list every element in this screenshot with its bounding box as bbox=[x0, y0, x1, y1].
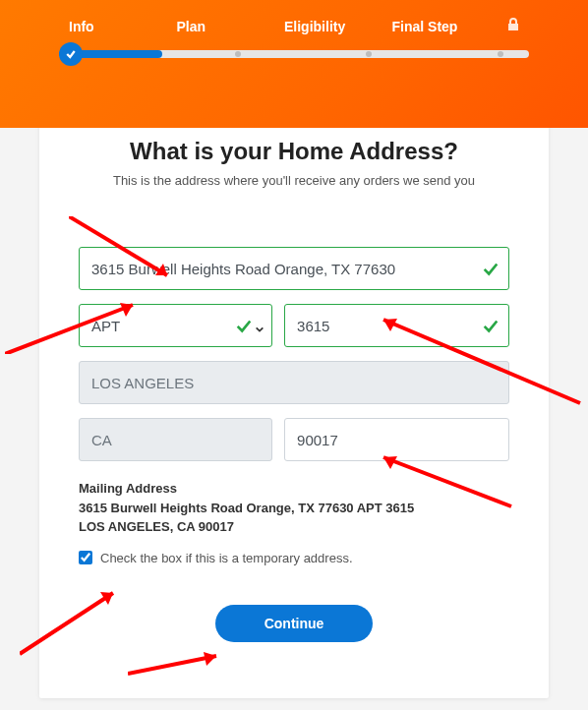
progress-track bbox=[59, 50, 529, 58]
mailing-line2: LOS ANGELES, CA 90017 bbox=[79, 517, 509, 537]
state-readonly: CA bbox=[79, 418, 272, 461]
step-plan[interactable]: Plan bbox=[177, 19, 285, 34]
zip-input[interactable] bbox=[284, 418, 509, 461]
progress-step-complete-icon bbox=[59, 42, 83, 66]
lock-icon bbox=[507, 19, 519, 34]
check-icon bbox=[482, 317, 500, 334]
continue-button[interactable]: Continue bbox=[215, 605, 373, 642]
temporary-address-label: Check the box if this is a temporary add… bbox=[100, 551, 353, 565]
address-input[interactable] bbox=[79, 247, 509, 290]
zip-field bbox=[284, 418, 509, 461]
form-card: What is your Home Address? This is the a… bbox=[39, 89, 549, 698]
chevron-down-icon[interactable] bbox=[255, 321, 265, 330]
progress-dot bbox=[498, 51, 503, 57]
state-field: CA bbox=[79, 418, 272, 461]
step-info[interactable]: Info bbox=[69, 19, 177, 34]
progress-dot bbox=[366, 51, 372, 57]
header-bar: Info Plan Eligibility Final Step bbox=[0, 0, 588, 128]
temporary-address-checkbox[interactable] bbox=[79, 551, 92, 564]
address-field bbox=[79, 247, 509, 290]
page-title: What is your Home Address? bbox=[79, 138, 509, 165]
mailing-label: Mailing Address bbox=[79, 479, 509, 499]
page-subtitle: This is the address where you'll receive… bbox=[79, 173, 509, 188]
apt-number-field bbox=[284, 304, 509, 347]
apt-number-input[interactable] bbox=[284, 304, 509, 347]
progress-dot bbox=[235, 51, 241, 57]
mailing-line1: 3615 Burwell Heights Road Orange, TX 776… bbox=[79, 499, 509, 518]
temporary-address-row[interactable]: Check the box if this is a temporary add… bbox=[79, 551, 509, 565]
address-form: LOS ANGELES CA Mailing Address 3615 Burw… bbox=[79, 247, 509, 642]
check-icon bbox=[235, 317, 253, 334]
step-eligibility[interactable]: Eligibility bbox=[284, 19, 392, 34]
step-final[interactable]: Final Step bbox=[392, 19, 500, 34]
apt-type-field bbox=[79, 304, 272, 347]
city-readonly: LOS ANGELES bbox=[79, 361, 509, 404]
mailing-address-summary: Mailing Address 3615 Burwell Heights Roa… bbox=[79, 479, 509, 537]
city-field: LOS ANGELES bbox=[79, 361, 509, 404]
stepper: Info Plan Eligibility Final Step bbox=[59, 18, 529, 34]
check-icon bbox=[482, 260, 500, 277]
